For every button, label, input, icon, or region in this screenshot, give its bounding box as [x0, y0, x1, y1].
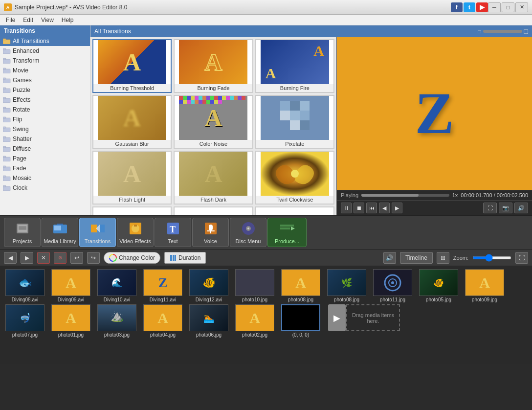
- tl-redo[interactable]: ↪: [87, 252, 100, 264]
- sidebar-item-page[interactable]: Page: [0, 154, 90, 163]
- audio-btn[interactable]: 🔊: [383, 252, 396, 264]
- media-name-photo10: photo10.jpg: [242, 297, 267, 302]
- svg-rect-62: [280, 101, 290, 111]
- twitter-icon[interactable]: t: [464, 2, 475, 12]
- tool-media-library[interactable]: Media Library: [42, 218, 78, 247]
- volume-button[interactable]: 🔊: [514, 203, 528, 213]
- sidebar-item-rotate[interactable]: Rotate: [0, 105, 90, 114]
- close-button[interactable]: ✕: [515, 2, 528, 12]
- sidebar-item-flip[interactable]: Flip: [0, 114, 90, 124]
- tool-text[interactable]: T Text: [155, 218, 191, 247]
- playing-status: Playing: [341, 192, 358, 198]
- maximize-button[interactable]: □: [502, 2, 514, 12]
- stop-button[interactable]: ⏹: [354, 203, 364, 213]
- pause-button[interactable]: ⏸: [341, 203, 352, 213]
- size-slider[interactable]: [483, 30, 522, 33]
- menu-file[interactable]: File: [2, 16, 19, 24]
- media-item-black[interactable]: (0, 0, 0): [279, 304, 323, 338]
- sidebar-item-all-transitions[interactable]: All Transitions: [0, 36, 90, 46]
- sidebar-item-movie[interactable]: Movie: [0, 66, 90, 75]
- media-item-diving11[interactable]: Z Diving11.avi: [141, 269, 185, 302]
- svg-rect-29: [3, 176, 6, 177]
- transition-partial-2[interactable]: [174, 206, 253, 215]
- tl-delete[interactable]: ✕: [37, 252, 50, 264]
- sidebar-item-clock[interactable]: Clock: [0, 183, 90, 193]
- media-item-diving12[interactable]: 🐠 Diving12.avi: [187, 269, 231, 302]
- fullscreen-button[interactable]: ⛶: [483, 203, 497, 213]
- tl-delete-all[interactable]: ⊗: [54, 252, 66, 264]
- media-item-photo08[interactable]: 🌿 photo08.jpg: [325, 269, 369, 302]
- diving12-icon: 🐠: [202, 276, 216, 289]
- sidebar-item-shatter[interactable]: Shatter: [0, 134, 90, 144]
- media-item-photo08-placeholder[interactable]: A photo08.jpg: [279, 269, 323, 302]
- facebook-icon[interactable]: f: [451, 2, 463, 12]
- media-item-photo06[interactable]: 🏊 photo06.jpg: [187, 304, 231, 338]
- media-item-photo04[interactable]: A photo04.jpg: [141, 304, 185, 338]
- tl-undo[interactable]: ↩: [70, 252, 83, 264]
- media-item-photo02[interactable]: A photo02.jpg: [233, 304, 277, 338]
- transition-flash-dark[interactable]: A Flash Dark: [174, 151, 253, 205]
- sidebar-item-enhanced[interactable]: Enhanced: [0, 46, 90, 56]
- playback-slider[interactable]: [361, 194, 449, 197]
- media-item-diving09[interactable]: A Diving09.avi: [49, 269, 93, 302]
- tool-transitions[interactable]: Transitions: [79, 218, 116, 247]
- transition-burning-fire[interactable]: A A Burning Fire: [255, 39, 334, 93]
- change-color-btn[interactable]: Change Color: [104, 252, 160, 264]
- arrow-right-btn[interactable]: ▶: [328, 304, 346, 331]
- media-item-photo05[interactable]: 🐠 photo05.jpg: [417, 269, 461, 302]
- menu-edit[interactable]: Edit: [19, 16, 37, 24]
- transition-gaussian-blur[interactable]: A Gaussian Blur: [92, 95, 172, 149]
- media-item-photo07[interactable]: 🤿 photo07.jpg: [3, 304, 47, 338]
- tool-voice[interactable]: Voice: [192, 218, 229, 247]
- transition-burning-fade[interactable]: A Burning Fade: [174, 39, 253, 93]
- transition-color-noise[interactable]: A Color Noise: [174, 95, 253, 149]
- media-thumb-photo11: [373, 269, 412, 296]
- tool-video-effects[interactable]: Video Effects: [117, 218, 154, 247]
- sidebar-item-effects[interactable]: Effects: [0, 95, 90, 105]
- media-item-diving08[interactable]: 🐟 Diving08.avi: [3, 269, 47, 302]
- transitions-toolbar-label: Transitions: [85, 238, 111, 244]
- sidebar-item-fade[interactable]: Fade: [0, 163, 90, 173]
- media-item-photo01[interactable]: A photo01.jpg: [49, 304, 93, 338]
- media-thumb-photo09: A: [465, 269, 504, 296]
- tl-forward[interactable]: ▶: [21, 252, 33, 264]
- sidebar-item-swing[interactable]: Swing: [0, 124, 90, 134]
- transition-twirl-clockwise[interactable]: Twirl Clockwise: [255, 151, 334, 205]
- timeline-view-btn[interactable]: Timeline: [400, 252, 433, 264]
- zoom-slider[interactable]: [472, 256, 511, 259]
- media-item-photo10[interactable]: photo10.jpg: [233, 269, 277, 302]
- tl-back[interactable]: ◀: [4, 252, 17, 264]
- sidebar-item-games[interactable]: Games: [0, 75, 90, 85]
- menu-help[interactable]: Help: [58, 16, 78, 24]
- media-name-diving09: Diving09.avi: [58, 297, 84, 302]
- sidebar-item-diffuse[interactable]: Diffuse: [0, 144, 90, 154]
- transition-partial-3[interactable]: [255, 206, 334, 215]
- transition-pixelate[interactable]: Pixelate: [255, 95, 334, 149]
- grid-view-btn[interactable]: ⊞: [437, 252, 449, 264]
- tool-projects[interactable]: Projects: [4, 218, 41, 247]
- media-item-diving10[interactable]: 🌊 Diving10.avi: [95, 269, 139, 302]
- sidebar-item-transform[interactable]: Transform: [0, 56, 90, 66]
- media-item-photo11[interactable]: photo11.jpg: [371, 269, 415, 302]
- media-item-photo09[interactable]: A photo09.jpg: [463, 269, 507, 302]
- step-forward-button[interactable]: ▶: [392, 203, 402, 213]
- tool-produce[interactable]: Produce...: [267, 218, 307, 247]
- transition-flash-light[interactable]: A Flash Light: [92, 151, 172, 205]
- sidebar-item-mosaic[interactable]: Mosaic: [0, 173, 90, 183]
- media-thumb-photo07: 🤿: [5, 304, 44, 331]
- media-item-photo03[interactable]: ⛰️ photo03.jpg: [95, 304, 139, 338]
- transition-burning-threshold[interactable]: A Burning Threshold: [92, 39, 172, 93]
- step-back-button[interactable]: ◀: [379, 203, 390, 213]
- transition-partial-1[interactable]: [92, 206, 172, 215]
- tool-disc-menu[interactable]: Disc Menu: [230, 218, 266, 247]
- screenshot-button[interactable]: 📷: [499, 203, 512, 213]
- prev-button[interactable]: ⏮: [366, 203, 377, 213]
- duration-btn[interactable]: Duration: [164, 252, 206, 264]
- fit-view-btn[interactable]: ⛶: [515, 252, 528, 264]
- sidebar-item-puzzle[interactable]: Puzzle: [0, 85, 90, 95]
- flash-dark-letter: A: [204, 159, 222, 188]
- youtube-icon[interactable]: ▶: [476, 2, 488, 12]
- menu-view[interactable]: View: [37, 16, 58, 24]
- window-title: Sample Project.vep* - AVS Video Editor 8…: [15, 4, 448, 11]
- minimize-button[interactable]: ─: [488, 2, 501, 12]
